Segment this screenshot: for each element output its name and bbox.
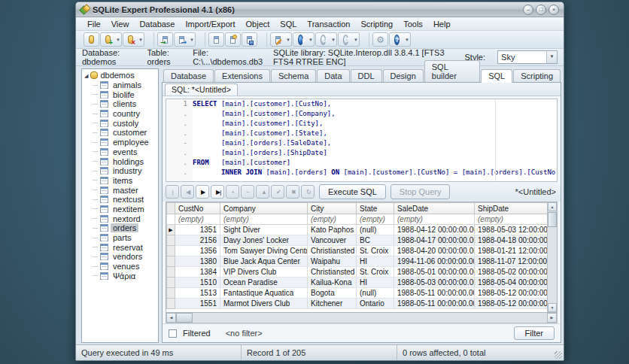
sidebar-item-nextitem[interactable]: nextitem xyxy=(82,205,158,214)
dropdown-arrow-icon[interactable]: ▼ xyxy=(308,32,314,47)
dropdown-arrow-icon[interactable]: ▼ xyxy=(189,32,196,47)
menu-scripting[interactable]: Scripting xyxy=(355,19,398,29)
sidebar-item-nextord[interactable]: nextord xyxy=(82,214,158,223)
sidebar-item--[interactable]: Ψάρια xyxy=(82,271,158,281)
filter-cell[interactable]: (empty) xyxy=(475,214,555,225)
help-button[interactable] xyxy=(389,32,405,47)
menu-sql[interactable]: SQL xyxy=(275,19,302,29)
cell[interactable]: 1351 xyxy=(175,225,220,235)
column-header-city[interactable]: City xyxy=(308,203,357,214)
cell[interactable]: Kailua-Kona xyxy=(308,278,357,288)
filter-cell[interactable]: (empty) xyxy=(357,214,394,225)
cell[interactable]: Kato Paphos xyxy=(308,225,357,235)
execute-sql-button[interactable]: Execute SQL xyxy=(319,184,386,199)
sidebar-item-biolife[interactable]: biolife xyxy=(82,89,158,99)
sidebar-item-customer[interactable]: customer xyxy=(82,128,158,138)
cell[interactable]: 1988-05-03 00:00:00.000 xyxy=(394,278,475,288)
minimize-button[interactable]: – xyxy=(523,5,533,15)
sidebar-item-master[interactable]: master xyxy=(82,185,158,195)
style-select[interactable]: Sky ▼ xyxy=(497,50,558,64)
chevron-down-icon[interactable]: ▼ xyxy=(546,51,557,63)
stop-query-button[interactable]: Stop Query xyxy=(390,184,451,199)
cell[interactable]: BC xyxy=(357,235,394,246)
export-button[interactable] xyxy=(174,32,190,47)
menu-view[interactable]: View xyxy=(106,19,135,29)
tab-database[interactable]: Database xyxy=(163,69,214,82)
table-row[interactable]: 1380Blue Jack Aqua CenterWaipahuHI1994-1… xyxy=(167,256,555,267)
table-row[interactable]: 1510Ocean ParadiseKailua-KonaHI1988-05-0… xyxy=(167,278,555,288)
tab-ddl[interactable]: DDL xyxy=(351,69,382,82)
sidebar-item-nextcust[interactable]: nextcust xyxy=(82,195,158,205)
cell[interactable]: 1988-05-04 00:00:00.000 xyxy=(475,278,555,288)
resize-grip-icon[interactable] xyxy=(555,351,562,359)
cell[interactable]: Blue Jack Aqua Center xyxy=(220,256,308,267)
cell[interactable]: 1988-04-18 00:00:00.000 xyxy=(475,235,555,246)
menu-database[interactable]: Database xyxy=(134,19,180,29)
column-header-company[interactable]: Company xyxy=(220,203,308,214)
scroll-left-icon[interactable]: ◀ xyxy=(166,313,176,323)
column-header-state[interactable]: State xyxy=(357,203,394,214)
cell[interactable]: (null) xyxy=(357,225,394,235)
tab-schema[interactable]: Schema xyxy=(271,69,316,82)
cell[interactable]: 1988-11-07 12:00:00.000 xyxy=(475,256,555,267)
sql-edit-button[interactable] xyxy=(270,32,286,47)
cell[interactable]: 2156 xyxy=(175,235,220,246)
table-row[interactable]: 2156Davy Jones' LockerVancouverBC1988-04… xyxy=(167,235,555,246)
cell[interactable]: 1988-05-12 00:00:00.000 xyxy=(475,288,555,299)
sidebar-item-reservat[interactable]: reservat xyxy=(82,242,158,252)
menu-transaction[interactable]: Transaction xyxy=(302,19,355,29)
tab-data[interactable]: Data xyxy=(317,69,349,82)
sidebar-item-holdings[interactable]: holdings xyxy=(82,156,158,166)
edit-record-button[interactable]: ▲ xyxy=(256,185,269,199)
sidebar-item-custoly[interactable]: custoly xyxy=(82,118,158,128)
grid-vertical-scrollbar[interactable]: ▲ ▼ xyxy=(547,202,557,312)
menu-object[interactable]: Object xyxy=(241,19,275,29)
tab-design[interactable]: Design xyxy=(383,69,424,82)
column-header-saledate[interactable]: SaleDate xyxy=(394,203,475,214)
cell[interactable]: Christiansted xyxy=(308,267,357,278)
cell[interactable]: 1988-04-17 00:00:00.000 xyxy=(394,235,475,246)
expander-icon[interactable]: ◢ xyxy=(84,73,88,78)
table-row[interactable]: 1513Fantastique AquaticaBogota(null)1988… xyxy=(167,288,555,299)
tab-extensions[interactable]: Extensions xyxy=(214,69,270,82)
database-add-button[interactable] xyxy=(100,32,116,47)
tab-sql-builder[interactable]: SQL builder xyxy=(424,60,480,82)
menu-tools[interactable]: Tools xyxy=(398,19,428,29)
dropdown-arrow-icon[interactable]: ▼ xyxy=(353,32,360,47)
cell[interactable]: Marmot Divers Club xyxy=(220,299,308,309)
filtered-checkbox[interactable] xyxy=(169,329,177,338)
cell[interactable]: St. Croix xyxy=(357,267,394,278)
table-row[interactable]: 1551Marmot Divers ClubKitchenerOntario19… xyxy=(167,299,555,309)
cell[interactable]: Sight Diver xyxy=(220,225,308,235)
cell[interactable]: Vancouver xyxy=(308,235,357,246)
cell[interactable]: Waipahu xyxy=(308,256,357,267)
grid-horizontal-scrollbar[interactable]: ◀ ▶ xyxy=(166,313,558,323)
sidebar-item-events[interactable]: events xyxy=(82,147,158,157)
cell[interactable]: Davy Jones' Locker xyxy=(220,235,308,246)
sql-document-tab[interactable]: SQL: *<Untitled> xyxy=(165,83,238,96)
execute-button[interactable] xyxy=(293,32,308,47)
cell[interactable]: 1988-05-12 00:00:00.000 xyxy=(475,299,555,309)
cell[interactable]: HI xyxy=(357,256,394,267)
insert-record-button[interactable]: + xyxy=(226,185,239,199)
table-row[interactable]: ▶1351Sight DiverKato Paphos(null)1988-04… xyxy=(167,225,555,235)
cell[interactable]: St. Croix xyxy=(357,246,394,256)
cell[interactable]: 1988-05-01 00:00:00.000 xyxy=(394,267,475,278)
cell[interactable]: 1988-04-12 00:00:00.000 xyxy=(394,225,475,235)
cell[interactable]: Bogota xyxy=(308,288,357,299)
table-row[interactable]: 1356Tom Sawyer Diving CentreChristianste… xyxy=(167,246,555,256)
cell[interactable]: Kitchener xyxy=(308,299,357,309)
tree-root-dbdemos[interactable]: ◢dbdemos xyxy=(82,71,158,80)
refresh-button[interactable]: ↻ xyxy=(301,185,314,199)
filter-cell[interactable]: (empty) xyxy=(175,214,220,225)
cell[interactable]: Ocean Paradise xyxy=(220,278,308,288)
last-record-button[interactable]: ▶| xyxy=(211,185,224,199)
window-blue-button[interactable] xyxy=(242,32,257,47)
filter-button[interactable]: Filter xyxy=(514,326,555,340)
scroll-down-icon[interactable]: ▼ xyxy=(548,303,557,312)
table-row[interactable]: 1384VIP Divers ClubChristianstedSt. Croi… xyxy=(167,267,555,278)
sidebar-item-venues[interactable]: venues xyxy=(82,262,158,271)
cell[interactable]: Tom Sawyer Diving Centre xyxy=(220,246,308,256)
tab-scripting[interactable]: Scripting xyxy=(513,69,561,82)
dropdown-arrow-icon[interactable]: ▼ xyxy=(138,32,144,47)
